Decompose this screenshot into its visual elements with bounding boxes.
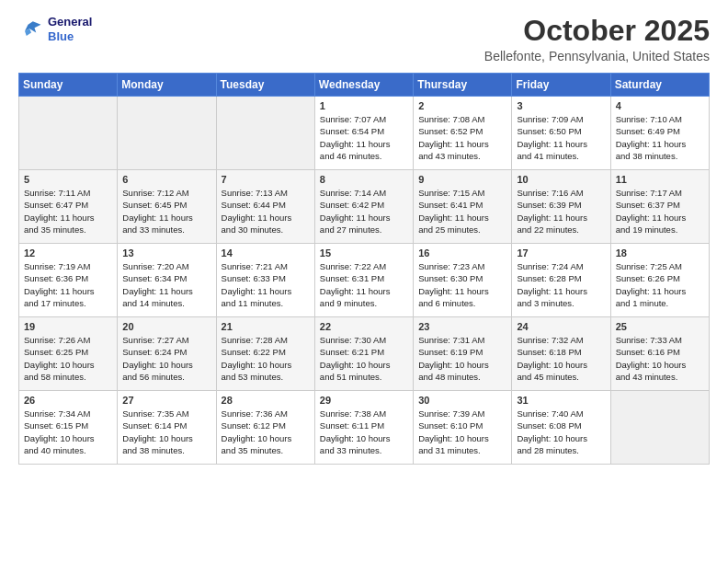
day-info: Sunrise: 7:11 AM Sunset: 6:47 PM Dayligh… bbox=[24, 187, 112, 236]
day-info: Sunrise: 7:24 AM Sunset: 6:28 PM Dayligh… bbox=[517, 260, 605, 309]
day-info: Sunrise: 7:23 AM Sunset: 6:30 PM Dayligh… bbox=[418, 260, 506, 309]
calendar-cell: 27Sunrise: 7:35 AM Sunset: 6:14 PM Dayli… bbox=[118, 391, 216, 465]
day-number: 9 bbox=[418, 174, 506, 185]
day-info: Sunrise: 7:13 AM Sunset: 6:44 PM Dayligh… bbox=[222, 187, 310, 236]
day-number: 7 bbox=[222, 174, 310, 185]
day-number: 8 bbox=[320, 174, 408, 185]
calendar-day-header: Wednesday bbox=[314, 74, 413, 97]
day-number: 30 bbox=[418, 395, 506, 406]
calendar-cell: 23Sunrise: 7:31 AM Sunset: 6:19 PM Dayli… bbox=[414, 317, 512, 391]
calendar-week-row: 19Sunrise: 7:26 AM Sunset: 6:25 PM Dayli… bbox=[19, 317, 710, 391]
day-number: 23 bbox=[418, 321, 506, 332]
calendar-week-row: 1Sunrise: 7:07 AM Sunset: 6:54 PM Daylig… bbox=[19, 97, 710, 170]
day-number: 19 bbox=[24, 321, 112, 332]
day-info: Sunrise: 7:12 AM Sunset: 6:45 PM Dayligh… bbox=[122, 187, 210, 236]
calendar-cell: 19Sunrise: 7:26 AM Sunset: 6:25 PM Dayli… bbox=[19, 317, 118, 391]
calendar-cell: 31Sunrise: 7:40 AM Sunset: 6:08 PM Dayli… bbox=[512, 391, 610, 465]
day-info: Sunrise: 7:14 AM Sunset: 6:42 PM Dayligh… bbox=[320, 187, 408, 236]
calendar-cell: 30Sunrise: 7:39 AM Sunset: 6:10 PM Dayli… bbox=[414, 391, 512, 465]
day-info: Sunrise: 7:38 AM Sunset: 6:11 PM Dayligh… bbox=[320, 408, 408, 456]
calendar-day-header: Friday bbox=[512, 74, 610, 97]
day-info: Sunrise: 7:16 AM Sunset: 6:39 PM Dayligh… bbox=[517, 187, 605, 236]
page-title: October 2025 bbox=[484, 15, 710, 47]
page-header: General Blue October 2025 Bellefonte, Pe… bbox=[18, 15, 710, 63]
calendar-day-header: Monday bbox=[118, 74, 216, 97]
day-info: Sunrise: 7:33 AM Sunset: 6:16 PM Dayligh… bbox=[616, 334, 704, 383]
day-number: 2 bbox=[418, 100, 506, 111]
day-info: Sunrise: 7:09 AM Sunset: 6:50 PM Dayligh… bbox=[517, 113, 605, 162]
day-number: 20 bbox=[122, 321, 210, 332]
day-info: Sunrise: 7:26 AM Sunset: 6:25 PM Dayligh… bbox=[24, 334, 112, 383]
day-number: 27 bbox=[122, 395, 210, 406]
calendar-cell: 6Sunrise: 7:12 AM Sunset: 6:45 PM Daylig… bbox=[118, 170, 216, 244]
day-number: 3 bbox=[517, 100, 605, 111]
logo-text-blue: Blue bbox=[48, 29, 92, 44]
calendar-cell: 17Sunrise: 7:24 AM Sunset: 6:28 PM Dayli… bbox=[512, 244, 610, 317]
day-number: 4 bbox=[616, 100, 704, 111]
calendar-day-header: Tuesday bbox=[216, 74, 314, 97]
day-number: 14 bbox=[222, 247, 310, 259]
calendar-table: SundayMondayTuesdayWednesdayThursdayFrid… bbox=[18, 73, 710, 465]
day-info: Sunrise: 7:36 AM Sunset: 6:12 PM Dayligh… bbox=[222, 408, 310, 456]
calendar-cell: 3Sunrise: 7:09 AM Sunset: 6:50 PM Daylig… bbox=[512, 97, 610, 170]
calendar-cell: 28Sunrise: 7:36 AM Sunset: 6:12 PM Dayli… bbox=[216, 391, 314, 465]
day-info: Sunrise: 7:30 AM Sunset: 6:21 PM Dayligh… bbox=[320, 334, 408, 383]
calendar-cell: 22Sunrise: 7:30 AM Sunset: 6:21 PM Dayli… bbox=[314, 317, 413, 391]
calendar-cell: 18Sunrise: 7:25 AM Sunset: 6:26 PM Dayli… bbox=[610, 244, 709, 317]
calendar-week-row: 5Sunrise: 7:11 AM Sunset: 6:47 PM Daylig… bbox=[19, 170, 710, 244]
calendar-cell: 8Sunrise: 7:14 AM Sunset: 6:42 PM Daylig… bbox=[314, 170, 413, 244]
day-number: 26 bbox=[24, 395, 112, 406]
day-info: Sunrise: 7:10 AM Sunset: 6:49 PM Dayligh… bbox=[616, 113, 704, 162]
day-info: Sunrise: 7:39 AM Sunset: 6:10 PM Dayligh… bbox=[418, 408, 506, 456]
calendar-day-header: Thursday bbox=[414, 74, 512, 97]
day-info: Sunrise: 7:08 AM Sunset: 6:52 PM Dayligh… bbox=[418, 113, 506, 162]
calendar-cell: 29Sunrise: 7:38 AM Sunset: 6:11 PM Dayli… bbox=[314, 391, 413, 465]
day-info: Sunrise: 7:21 AM Sunset: 6:33 PM Dayligh… bbox=[222, 260, 310, 309]
day-info: Sunrise: 7:28 AM Sunset: 6:22 PM Dayligh… bbox=[222, 334, 310, 383]
day-info: Sunrise: 7:34 AM Sunset: 6:15 PM Dayligh… bbox=[24, 408, 112, 456]
calendar-day-header: Sunday bbox=[19, 74, 118, 97]
day-info: Sunrise: 7:40 AM Sunset: 6:08 PM Dayligh… bbox=[517, 408, 605, 456]
calendar-cell bbox=[216, 97, 314, 170]
calendar-cell: 24Sunrise: 7:32 AM Sunset: 6:18 PM Dayli… bbox=[512, 317, 610, 391]
calendar-cell: 20Sunrise: 7:27 AM Sunset: 6:24 PM Dayli… bbox=[118, 317, 216, 391]
day-number: 1 bbox=[320, 100, 408, 111]
day-number: 15 bbox=[320, 247, 408, 259]
calendar-cell: 14Sunrise: 7:21 AM Sunset: 6:33 PM Dayli… bbox=[216, 244, 314, 317]
calendar-cell: 11Sunrise: 7:17 AM Sunset: 6:37 PM Dayli… bbox=[610, 170, 709, 244]
calendar-week-row: 26Sunrise: 7:34 AM Sunset: 6:15 PM Dayli… bbox=[19, 391, 710, 465]
day-info: Sunrise: 7:27 AM Sunset: 6:24 PM Dayligh… bbox=[122, 334, 210, 383]
calendar-cell: 12Sunrise: 7:19 AM Sunset: 6:36 PM Dayli… bbox=[19, 244, 118, 317]
page-subtitle: Bellefonte, Pennsylvania, United States bbox=[484, 49, 710, 63]
day-info: Sunrise: 7:31 AM Sunset: 6:19 PM Dayligh… bbox=[418, 334, 506, 383]
day-info: Sunrise: 7:25 AM Sunset: 6:26 PM Dayligh… bbox=[616, 260, 704, 309]
day-number: 16 bbox=[418, 247, 506, 259]
day-number: 24 bbox=[517, 321, 605, 332]
day-info: Sunrise: 7:35 AM Sunset: 6:14 PM Dayligh… bbox=[122, 408, 210, 456]
calendar-header-row: SundayMondayTuesdayWednesdayThursdayFrid… bbox=[19, 74, 710, 97]
day-number: 29 bbox=[320, 395, 408, 406]
day-info: Sunrise: 7:32 AM Sunset: 6:18 PM Dayligh… bbox=[517, 334, 605, 383]
day-number: 11 bbox=[616, 174, 704, 185]
day-info: Sunrise: 7:19 AM Sunset: 6:36 PM Dayligh… bbox=[24, 260, 112, 309]
title-block: October 2025 Bellefonte, Pennsylvania, U… bbox=[484, 15, 710, 63]
logo: General Blue bbox=[18, 15, 92, 43]
day-number: 13 bbox=[122, 247, 210, 259]
calendar-day-header: Saturday bbox=[610, 74, 709, 97]
calendar-cell: 1Sunrise: 7:07 AM Sunset: 6:54 PM Daylig… bbox=[314, 97, 413, 170]
calendar-cell: 2Sunrise: 7:08 AM Sunset: 6:52 PM Daylig… bbox=[414, 97, 512, 170]
calendar-cell bbox=[19, 97, 118, 170]
logo-text-general: General bbox=[48, 15, 92, 29]
day-number: 18 bbox=[616, 247, 704, 259]
day-info: Sunrise: 7:07 AM Sunset: 6:54 PM Dayligh… bbox=[320, 113, 408, 162]
calendar-cell bbox=[118, 97, 216, 170]
calendar-page: General Blue October 2025 Bellefonte, Pe… bbox=[0, 0, 728, 563]
day-number: 21 bbox=[222, 321, 310, 332]
calendar-cell: 21Sunrise: 7:28 AM Sunset: 6:22 PM Dayli… bbox=[216, 317, 314, 391]
day-info: Sunrise: 7:17 AM Sunset: 6:37 PM Dayligh… bbox=[616, 187, 704, 236]
day-info: Sunrise: 7:22 AM Sunset: 6:31 PM Dayligh… bbox=[320, 260, 408, 309]
calendar-cell: 9Sunrise: 7:15 AM Sunset: 6:41 PM Daylig… bbox=[414, 170, 512, 244]
day-number: 10 bbox=[517, 174, 605, 185]
calendar-cell: 15Sunrise: 7:22 AM Sunset: 6:31 PM Dayli… bbox=[314, 244, 413, 317]
calendar-cell bbox=[610, 391, 709, 465]
